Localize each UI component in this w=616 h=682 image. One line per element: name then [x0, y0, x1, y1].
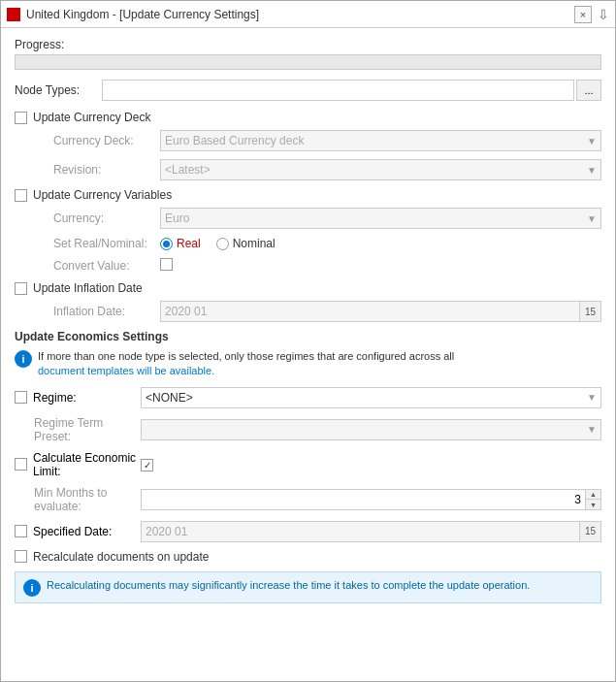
revision-row: Revision: <Latest> ▼ — [34, 159, 601, 180]
inflation-date-section: Inflation Date: 15 — [15, 301, 601, 322]
regime-arrow: ▼ — [587, 392, 597, 403]
update-currency-deck-header: Update Currency Deck — [15, 111, 601, 124]
specified-date-checkbox[interactable] — [15, 525, 27, 537]
pin-button[interactable]: ⇩ — [598, 7, 609, 22]
real-radio-item[interactable]: Real — [160, 237, 201, 250]
inflation-date-control: 15 — [160, 301, 601, 322]
currency-deck-value: Euro Based Currency deck — [165, 134, 304, 147]
calc-economic-limit-value-checkbox[interactable] — [141, 459, 153, 471]
regime-dropdown[interactable]: <NONE> ▼ — [141, 387, 601, 408]
convert-value-label: Convert Value: — [34, 259, 160, 273]
revision-control: <Latest> ▼ — [160, 159, 601, 180]
currency-control: Euro ▼ — [160, 208, 601, 229]
currency-row: Currency: Euro ▼ — [34, 208, 601, 229]
real-nominal-label: Set Real/Nominal: — [34, 237, 160, 250]
bottom-info-icon: i — [23, 579, 41, 597]
specified-date-control: 15 — [141, 521, 601, 542]
currency-value: Euro — [165, 211, 189, 225]
currency-deck-dropdown[interactable]: Euro Based Currency deck ▼ — [160, 130, 601, 151]
update-currency-variables-checkbox[interactable] — [15, 189, 27, 202]
info-text: If more than one node type is selected, … — [38, 349, 454, 379]
regime-label: Regime: — [33, 391, 77, 405]
inflation-date-input[interactable] — [160, 301, 580, 322]
currency-label: Currency: — [34, 211, 160, 225]
nominal-label: Nominal — [233, 237, 276, 250]
recalculate-label: Recalculate documents on update — [33, 550, 209, 564]
spinner-up-button[interactable]: ▲ — [586, 490, 600, 501]
regime-term-preset-control: ▼ — [141, 419, 601, 440]
min-months-control: ▲ ▼ — [141, 489, 601, 510]
regime-term-preset-row: Regime Term Preset: ▼ — [15, 416, 601, 443]
calc-economic-limit-control — [141, 458, 601, 471]
economics-info-box: i If more than one node type is selected… — [15, 349, 601, 379]
min-months-spinner: ▲ ▼ — [586, 489, 601, 510]
specified-date-btn[interactable]: 15 — [580, 521, 601, 542]
economics-settings-title: Update Economics Settings — [15, 330, 601, 343]
specified-date-label: Specified Date: — [33, 525, 112, 538]
bottom-info-text: Recalculating documents may significantl… — [47, 578, 530, 593]
content-area: Progress: Node Types: ... Update Currenc… — [1, 28, 615, 681]
convert-value-checkbox[interactable] — [160, 258, 173, 271]
progress-bar — [15, 54, 601, 70]
recalculate-checkbox[interactable] — [15, 550, 27, 563]
spinner-down-button[interactable]: ▼ — [586, 500, 600, 509]
update-currency-deck-checkbox[interactable] — [15, 112, 27, 124]
currency-deck-label: Currency Deck: — [34, 134, 160, 147]
currency-deck-row: Currency Deck: Euro Based Currency deck … — [34, 130, 601, 151]
min-months-label: Min Months to evaluate: — [15, 486, 141, 513]
revision-label: Revision: — [34, 163, 160, 177]
calc-economic-limit-row: Calculate Economic Limit: — [15, 451, 601, 478]
info-icon: i — [15, 350, 32, 368]
real-nominal-row: Set Real/Nominal: Real Nominal — [34, 237, 601, 250]
info-text-part2: document templates will be available. — [38, 365, 214, 376]
real-nominal-group: Real Nominal — [160, 237, 601, 250]
update-currency-deck-label: Update Currency Deck — [33, 111, 150, 124]
revision-value: <Latest> — [165, 163, 211, 177]
regime-checkbox[interactable] — [15, 391, 27, 404]
recalculate-header: Recalculate documents on update — [15, 550, 601, 564]
currency-variables-section: Currency: Euro ▼ Set Real/Nominal: Real — [15, 208, 601, 274]
convert-value-row: Convert Value: — [34, 258, 601, 274]
revision-arrow: ▼ — [587, 165, 597, 176]
update-currency-variables-header: Update Currency Variables — [15, 188, 601, 202]
close-button[interactable]: × — [574, 6, 592, 23]
revision-dropdown[interactable]: <Latest> ▼ — [160, 159, 601, 180]
calc-economic-limit-label: Calculate Economic Limit: — [33, 451, 141, 478]
min-months-input[interactable] — [141, 489, 586, 510]
progress-section: Progress: — [15, 38, 601, 70]
inflation-date-btn[interactable]: 15 — [580, 301, 601, 322]
regime-value: <NONE> — [146, 391, 193, 405]
specified-date-input[interactable] — [141, 521, 580, 542]
update-inflation-date-header: Update Inflation Date — [15, 281, 601, 295]
info-text-part1: If more than one node type is selected, … — [38, 350, 454, 362]
inflation-date-row: Inflation Date: 15 — [34, 301, 601, 322]
update-currency-variables-label: Update Currency Variables — [33, 188, 172, 202]
node-types-browse-button[interactable]: ... — [576, 80, 601, 101]
node-types-label: Node Types: — [15, 83, 102, 97]
title-bar: United Kingdom - [Update Currency Settin… — [1, 1, 615, 28]
regime-term-preset-arrow: ▼ — [587, 424, 597, 435]
currency-arrow: ▼ — [587, 213, 597, 224]
min-months-row: Min Months to evaluate: ▲ ▼ — [15, 486, 601, 513]
main-window: United Kingdom - [Update Currency Settin… — [0, 0, 616, 682]
currency-deck-arrow: ▼ — [587, 136, 597, 146]
nominal-radio[interactable] — [216, 238, 229, 250]
currency-dropdown[interactable]: Euro ▼ — [160, 208, 601, 229]
currency-deck-control: Euro Based Currency deck ▼ — [160, 130, 601, 151]
specified-date-row: Specified Date: 15 — [15, 521, 601, 542]
progress-label: Progress: — [15, 38, 601, 51]
real-label: Real — [177, 237, 201, 250]
update-inflation-date-label: Update Inflation Date — [33, 281, 143, 295]
regime-term-preset-label: Regime Term Preset: — [15, 416, 141, 443]
bottom-info-box: i Recalculating documents may significan… — [15, 571, 601, 603]
update-inflation-date-checkbox[interactable] — [15, 282, 27, 295]
nominal-radio-item[interactable]: Nominal — [216, 237, 276, 250]
real-radio[interactable] — [160, 238, 173, 250]
regime-row: Regime: <NONE> ▼ — [15, 387, 601, 408]
convert-value-control — [160, 258, 601, 274]
inflation-date-label: Inflation Date: — [34, 305, 160, 318]
node-types-input[interactable] — [102, 80, 574, 101]
node-types-row: Node Types: ... — [15, 80, 601, 101]
calc-economic-limit-checkbox[interactable] — [15, 458, 27, 471]
regime-term-preset-dropdown[interactable]: ▼ — [141, 419, 601, 440]
